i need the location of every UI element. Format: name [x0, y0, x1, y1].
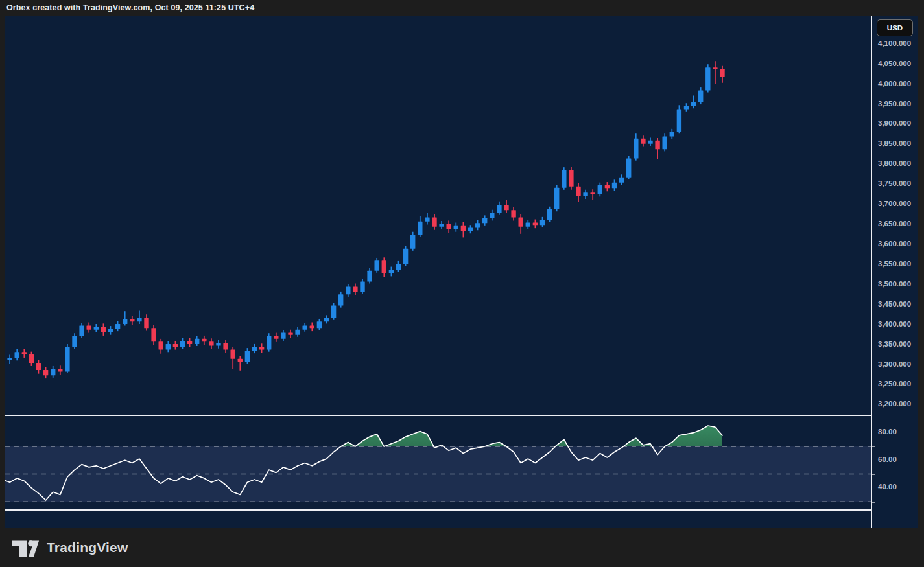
candle-body	[137, 318, 141, 321]
candle-body	[303, 325, 307, 329]
candle-body	[598, 185, 602, 194]
candle-body	[554, 188, 559, 209]
price-axis-label: 4,100.000	[878, 40, 911, 47]
candle-body	[418, 222, 422, 235]
candle-body	[108, 329, 113, 332]
candle-body	[547, 209, 552, 220]
candle-body	[684, 106, 689, 110]
candle-body	[526, 223, 530, 227]
candle-body	[94, 327, 99, 329]
candlestick-pane[interactable]	[5, 16, 871, 415]
candle-body	[605, 185, 610, 188]
candle-body	[252, 347, 257, 351]
candle-body	[540, 220, 545, 225]
candle-body	[698, 90, 703, 102]
candle-body	[410, 235, 415, 249]
candle-body	[216, 343, 220, 345]
price-axis-label: 3,350.000	[878, 340, 911, 348]
candle-body	[295, 330, 300, 335]
candle-body	[691, 102, 696, 106]
tradingview-logo[interactable]: TradingView	[10, 536, 128, 559]
candle-body	[72, 336, 77, 347]
candle-body	[130, 319, 134, 321]
candle-body	[267, 336, 271, 350]
tradingview-logo-text: TradingView	[47, 540, 128, 555]
candle-body	[15, 352, 19, 358]
currency-toggle-button[interactable]: USD	[877, 19, 913, 36]
candle-body	[144, 318, 148, 328]
candle-body	[87, 325, 91, 329]
candle-body	[389, 270, 394, 273]
candle-body	[612, 183, 617, 189]
rsi-axis-tick	[872, 502, 875, 503]
candle-body	[22, 352, 27, 354]
candle-body	[331, 306, 336, 318]
candle-body	[454, 226, 458, 229]
candle-body	[101, 327, 106, 332]
tradingview-chart-window: Orbex created with TradingView.com, Oct …	[0, 0, 924, 567]
candle-body	[626, 159, 631, 178]
candle-body	[432, 217, 436, 226]
candle-body	[475, 223, 480, 227]
candle-body	[310, 325, 314, 328]
price-axis-label: 3,250.000	[878, 380, 911, 388]
candle-body	[482, 218, 487, 223]
candle-body	[7, 358, 12, 360]
candle-body	[375, 260, 379, 270]
candle-body	[223, 343, 228, 350]
candle-body	[180, 341, 185, 347]
time-axis-separator	[5, 509, 918, 511]
candle-body	[123, 319, 127, 324]
candle-body	[634, 139, 638, 159]
candle-body	[173, 344, 178, 347]
candle-body	[151, 328, 156, 341]
candle-body	[497, 205, 501, 213]
candle-body	[670, 132, 674, 136]
price-axis-label: 3,850.000	[878, 139, 911, 147]
candle-body	[187, 341, 192, 344]
pane-separator[interactable]	[5, 415, 918, 416]
candle-body	[461, 226, 466, 231]
price-axis-label: 3,450.000	[878, 300, 911, 308]
candle-body	[576, 187, 580, 196]
candle-body	[562, 170, 566, 187]
candle-body	[231, 350, 235, 359]
candle-body	[468, 228, 473, 231]
price-axis-label: 3,950.000	[878, 100, 911, 108]
candle-body	[648, 141, 652, 144]
candle-body	[29, 354, 34, 363]
price-axis-label: 3,200.000	[878, 400, 911, 408]
candle-body	[705, 67, 710, 90]
candle-body	[195, 339, 199, 344]
chart-attribution-text: Orbex created with TradingView.com, Oct …	[6, 0, 254, 16]
candle-body	[447, 224, 451, 229]
price-axis-label: 3,400.000	[878, 320, 911, 328]
candle-body	[720, 69, 724, 77]
candle-body	[439, 224, 444, 226]
candle-body	[209, 341, 213, 345]
candle-body	[346, 286, 350, 294]
candle-body	[619, 178, 624, 183]
price-axis-label: 3,550.000	[878, 260, 911, 268]
rsi-pane[interactable]	[5, 417, 871, 509]
price-axis-label: 3,600.000	[878, 240, 911, 248]
candle-body	[324, 318, 329, 322]
chart-area[interactable]: Aug61114192227Sep4912172225Oct69141722	[5, 16, 871, 528]
candle-body	[677, 109, 681, 132]
candle-body	[519, 217, 523, 226]
candle-body	[317, 321, 322, 328]
candle-body	[259, 347, 264, 349]
candle-body	[274, 336, 278, 339]
candle-body	[238, 359, 243, 362]
candle-body	[115, 324, 120, 329]
rsi-axis-label: 80.00	[878, 428, 897, 435]
candle-body	[382, 260, 386, 273]
price-axis-label: 3,700.000	[878, 200, 911, 207]
candle-body	[58, 369, 62, 371]
candle-body	[245, 351, 250, 362]
candle-body	[288, 333, 292, 335]
branding-bar: TradingView	[0, 528, 924, 567]
price-axis[interactable]: USD 4,100.0004,050.0004,000.0003,950.000…	[871, 16, 918, 528]
price-axis-label: 3,650.000	[878, 220, 911, 227]
rsi-axis-label: 40.00	[878, 483, 897, 491]
